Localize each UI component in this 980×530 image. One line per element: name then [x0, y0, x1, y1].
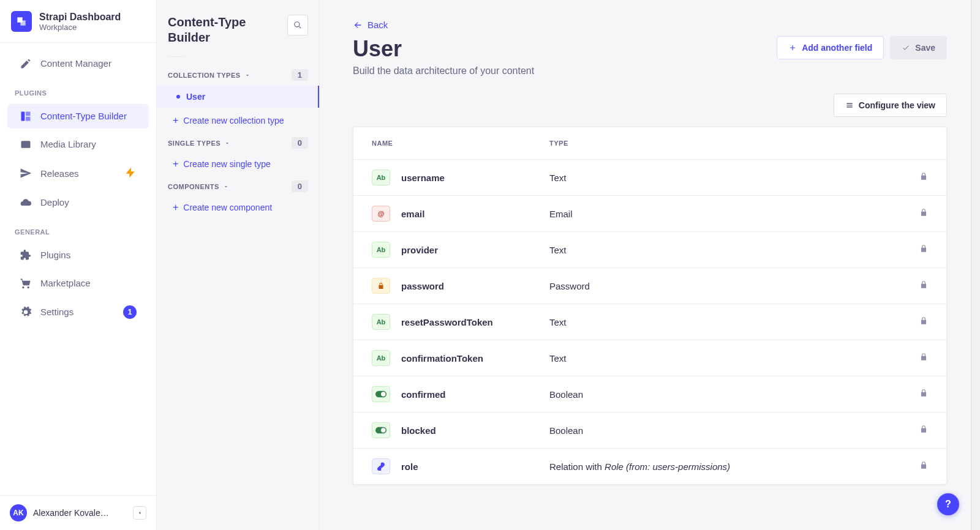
- check-icon: [902, 43, 910, 52]
- category-components[interactable]: COMPONENTS 0: [168, 181, 308, 192]
- category-count: 0: [292, 181, 308, 192]
- pencil-icon: [20, 58, 32, 70]
- back-label: Back: [368, 20, 388, 30]
- lock-icon: [910, 425, 928, 436]
- table-header-name: NAME: [372, 140, 393, 147]
- create-collection-type-link[interactable]: + Create new collection type: [168, 110, 308, 137]
- category-single-types[interactable]: SINGLE TYPES 0: [168, 137, 308, 149]
- create-link-label: Create new single type: [183, 159, 270, 169]
- field-row[interactable]: blockedBoolean: [353, 412, 946, 448]
- nav-plugins[interactable]: Plugins: [7, 243, 149, 267]
- fields-table: NAME TYPE AbusernameText@emailEmailAbpro…: [353, 127, 947, 485]
- collection-type-label: User: [186, 92, 205, 102]
- create-link-label: Create new collection type: [183, 116, 284, 125]
- boolean-field-icon: [372, 422, 390, 438]
- relation-field-icon: [372, 458, 390, 474]
- nav-section-plugins: PLUGINS: [0, 80, 156, 100]
- field-row[interactable]: AbproviderText: [353, 231, 946, 267]
- text-field-icon: Ab: [372, 242, 390, 258]
- nav-settings[interactable]: Settings 1: [7, 299, 149, 325]
- arrow-left-icon: [353, 20, 363, 30]
- field-row[interactable]: passwordPassword: [353, 267, 946, 304]
- field-type: Text: [549, 245, 910, 255]
- brand-subtitle: Workplace: [39, 23, 121, 32]
- field-type: Text: [549, 173, 910, 183]
- field-name: role: [401, 461, 418, 472]
- svg-point-10: [381, 428, 386, 433]
- cart-icon: [20, 277, 32, 289]
- field-type: Relation with Role (from: users-permissi…: [549, 461, 910, 472]
- plus-icon: +: [173, 202, 178, 213]
- lock-icon: [910, 389, 928, 400]
- svg-point-6: [295, 22, 300, 27]
- collapse-sidebar-button[interactable]: [133, 506, 146, 520]
- brand-title: Strapi Dashboard: [39, 11, 121, 23]
- email-field-icon: @: [372, 206, 390, 222]
- nav-label: Releases: [40, 168, 116, 179]
- create-component-link[interactable]: + Create new component: [168, 197, 308, 224]
- add-field-button[interactable]: Add another field: [777, 36, 884, 59]
- plus-icon: [788, 43, 797, 52]
- category-count: 1: [292, 69, 308, 81]
- nav-media-library[interactable]: Media Library: [7, 132, 149, 157]
- field-row[interactable]: confirmedBoolean: [353, 376, 946, 412]
- text-field-icon: Ab: [372, 314, 390, 330]
- field-row[interactable]: AbusernameText: [353, 159, 946, 195]
- brand-header: Strapi Dashboard Workplace: [0, 0, 156, 43]
- configure-view-button[interactable]: Configure the view: [834, 94, 947, 117]
- search-button[interactable]: [287, 15, 308, 35]
- list-icon: [845, 101, 854, 110]
- plus-icon: +: [173, 159, 178, 170]
- password-field-icon: [372, 278, 390, 294]
- field-type: Email: [549, 209, 910, 219]
- create-single-type-link[interactable]: + Create new single type: [168, 154, 308, 181]
- field-type: Password: [549, 281, 910, 291]
- category-label: SINGLE TYPES: [168, 140, 221, 147]
- lock-icon: [910, 280, 928, 291]
- save-button[interactable]: Save: [890, 36, 947, 59]
- text-field-icon: Ab: [372, 350, 390, 366]
- category-collection-types[interactable]: COLLECTION TYPES 1: [168, 69, 308, 81]
- field-name: resetPasswordToken: [401, 317, 493, 327]
- help-fab-button[interactable]: ?: [937, 493, 959, 515]
- sub-sidebar-title: Content-Type Builder: [168, 15, 282, 45]
- svg-rect-3: [26, 111, 31, 116]
- user-avatar[interactable]: AK: [10, 504, 27, 521]
- category-label: COLLECTION TYPES: [168, 72, 241, 79]
- puzzle-icon: [20, 249, 32, 261]
- cloud-icon: [20, 196, 32, 209]
- page-subtitle: Build the data architecture of your cont…: [353, 65, 947, 77]
- field-type: Boolean: [549, 389, 910, 400]
- nav-content-manager[interactable]: Content Manager: [7, 51, 149, 76]
- nav-label: Settings: [40, 307, 115, 317]
- layout-icon: [20, 110, 32, 122]
- svg-point-8: [381, 392, 386, 397]
- category-label: COMPONENTS: [168, 183, 219, 190]
- nav-releases[interactable]: Releases: [7, 160, 149, 187]
- page-title: User: [353, 36, 402, 62]
- active-dot-icon: [176, 95, 180, 99]
- button-label: Save: [915, 43, 935, 53]
- nav-label: Content-Type Builder: [40, 111, 127, 121]
- field-name: username: [401, 173, 445, 183]
- svg-rect-4: [26, 117, 31, 121]
- field-row[interactable]: AbconfirmationTokenText: [353, 340, 946, 376]
- nav-deploy[interactable]: Deploy: [7, 190, 149, 215]
- settings-badge: 1: [123, 305, 137, 319]
- collection-type-item-user[interactable]: User: [157, 86, 319, 108]
- field-type: Text: [549, 353, 910, 364]
- sub-sidebar: Content-Type Builder COLLECTION TYPES 1 …: [157, 0, 320, 530]
- category-count: 0: [292, 137, 308, 149]
- nav-section-general: GENERAL: [0, 218, 156, 239]
- scrollbar-track[interactable]: [971, 0, 980, 530]
- main-sidebar: Strapi Dashboard Workplace Content Manag…: [0, 0, 157, 530]
- nav-content-type-builder[interactable]: Content-Type Builder: [7, 104, 149, 129]
- back-link[interactable]: Back: [353, 20, 388, 30]
- nav-marketplace[interactable]: Marketplace: [7, 271, 149, 296]
- field-row[interactable]: roleRelation with Role (from: users-perm…: [353, 448, 946, 484]
- nav-label: Plugins: [40, 250, 70, 260]
- field-row[interactable]: AbresetPasswordTokenText: [353, 304, 946, 340]
- field-row[interactable]: @emailEmail: [353, 195, 946, 231]
- lock-icon: [910, 244, 928, 255]
- chevron-down-icon: [223, 184, 229, 190]
